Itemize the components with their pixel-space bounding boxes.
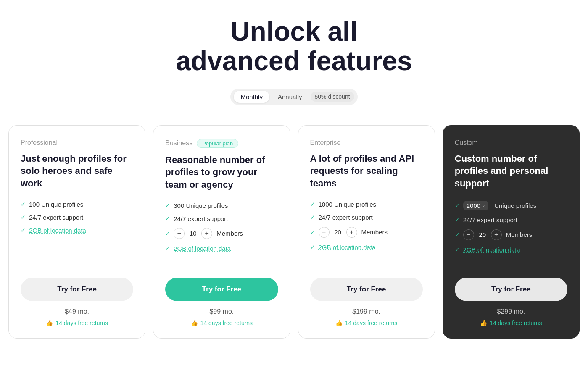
stepper-value-enterprise: 20 [334,228,342,236]
annually-toggle[interactable]: Annually [271,91,309,103]
thumb-icon: 👍 [46,320,53,326]
plan-price-custom: $299 mo. [455,308,567,315]
check-icon: ✓ [165,202,170,209]
feature-text: 100 Unique profiles [29,201,83,208]
features-list-professional: ✓ 100 Unique profiles ✓ 24/7 expert supp… [21,201,133,247]
plan-price-professional: $49 mo. [21,308,133,315]
feature-support: ✓ 24/7 expert support [21,214,133,221]
feature-location: ✓ 2GB of location data [165,245,278,252]
plan-desc-enterprise: A lot of profiles and API requests for s… [310,152,423,190]
check-icon: ✓ [455,202,460,209]
thumb-icon: 👍 [191,320,198,326]
plan-label-row-business: Business Popular plan [165,139,278,148]
returns-row-business: 👍 14 days free returns [165,320,278,326]
members-stepper-business: − 10 + Members [174,228,243,239]
stepper-minus-business[interactable]: − [174,228,185,239]
check-icon: ✓ [165,245,170,252]
feature-members: ✓ − 20 + Members [310,227,423,238]
plan-name-enterprise: Enterprise [310,139,341,147]
check-icon: ✓ [310,244,315,250]
feature-text: 1000 Unique profiles [319,201,377,208]
profiles-dropdown[interactable]: 2000 ∨ [463,201,488,210]
feature-link[interactable]: 2GB of location data [319,244,376,251]
plan-card-enterprise: Enterprise A lot of profiles and API req… [298,125,435,339]
feature-members-custom: ✓ − 20 + Members [455,229,567,240]
features-list-custom: ✓ 2000 ∨ Unique profiles ✓ 24/7 expert s… [455,201,567,266]
feature-link[interactable]: 2GB of location data [29,227,86,234]
stepper-plus-custom[interactable]: + [491,229,502,240]
stepper-minus-custom[interactable]: − [463,229,474,240]
feature-link[interactable]: 2GB of location data [463,246,520,253]
plan-card-custom: Custom Custom number of profiles and per… [443,125,580,339]
feature-support: ✓ 24/7 expert support [165,215,278,222]
stepper-minus-enterprise[interactable]: − [319,227,330,238]
plan-price-enterprise: $199 mo. [310,308,423,315]
cta-button-business[interactable]: Try for Free [165,278,278,301]
profiles-label: Unique profiles [494,202,536,209]
plan-card-business: Business Popular plan Reasonable number … [153,125,290,339]
feature-text: 24/7 expert support [174,215,228,222]
plan-label-row-enterprise: Enterprise [310,139,423,147]
feature-support-custom: ✓ 24/7 expert support [455,216,567,223]
cta-button-professional[interactable]: Try for Free [21,278,133,301]
members-label: Members [216,230,243,237]
features-list-business: ✓ 300 Unique profiles ✓ 24/7 expert supp… [165,202,278,265]
feature-text: 24/7 expert support [319,214,373,221]
members-label: Members [361,228,388,236]
plan-label-row-custom: Custom [455,139,567,147]
cta-button-custom[interactable]: Try for Free [455,278,567,301]
plan-card-professional: Professional Just enough profiles for so… [8,125,145,339]
members-stepper-enterprise: − 20 + Members [319,227,388,238]
chevron-down-icon: ∨ [482,203,485,208]
stepper-value-custom: 20 [478,231,487,238]
popular-badge: Popular plan [197,139,238,148]
check-icon: ✓ [310,229,315,236]
thumb-icon: 👍 [335,320,343,326]
feature-profiles: ✓ 1000 Unique profiles [310,201,423,208]
check-icon: ✓ [21,227,26,234]
feature-profiles: ✓ 100 Unique profiles [21,201,133,208]
returns-row-enterprise: 👍 14 days free returns [310,320,423,326]
cta-button-enterprise[interactable]: Try for Free [310,278,423,301]
plan-desc-business: Reasonable number of profiles to grow yo… [165,154,278,191]
monthly-toggle[interactable]: Monthly [234,91,269,103]
feature-link[interactable]: 2GB of location data [174,245,231,252]
members-stepper-custom: − 20 + Members [463,229,533,240]
returns-text: 14 days free returns [55,320,108,326]
returns-text: 14 days free returns [490,320,542,326]
plan-price-business: $99 mo. [165,308,278,315]
features-list-enterprise: ✓ 1000 Unique profiles ✓ 24/7 expert sup… [310,201,423,263]
returns-row-professional: 👍 14 days free returns [21,320,133,326]
stepper-plus-enterprise[interactable]: + [346,227,357,238]
pricing-cards: Professional Just enough profiles for so… [8,125,580,339]
thumb-icon: 👍 [480,320,487,326]
plan-desc-professional: Just enough profiles for solo heroes and… [21,152,133,190]
returns-row-custom: 👍 14 days free returns [455,320,567,326]
plan-name-custom: Custom [455,139,478,147]
stepper-plus-business[interactable]: + [201,228,212,239]
billing-toggle: Monthly Annually 50% discount [230,89,357,105]
members-label: Members [506,231,533,238]
feature-text: 24/7 expert support [463,216,517,223]
feature-profiles: ✓ 300 Unique profiles [165,202,278,209]
returns-text: 14 days free returns [345,320,398,326]
check-icon: ✓ [21,214,26,221]
feature-location: ✓ 2GB of location data [21,227,133,234]
check-icon: ✓ [310,201,315,207]
check-icon: ✓ [21,201,26,207]
plan-name-business: Business [165,139,192,147]
feature-members: ✓ − 10 + Members [165,228,278,239]
check-icon: ✓ [455,216,460,223]
returns-text: 14 days free returns [200,320,253,326]
profiles-value: 2000 [467,202,480,209]
feature-profiles-custom: ✓ 2000 ∨ Unique profiles [455,201,567,210]
check-icon: ✓ [455,246,460,253]
discount-badge: 50% discount [311,92,354,102]
feature-support: ✓ 24/7 expert support [310,214,423,221]
check-icon: ✓ [165,215,170,222]
feature-location: ✓ 2GB of location data [310,244,423,251]
feature-text: 300 Unique profiles [174,202,228,209]
plan-name-professional: Professional [21,139,58,147]
check-icon: ✓ [455,231,460,238]
check-icon: ✓ [310,214,315,221]
